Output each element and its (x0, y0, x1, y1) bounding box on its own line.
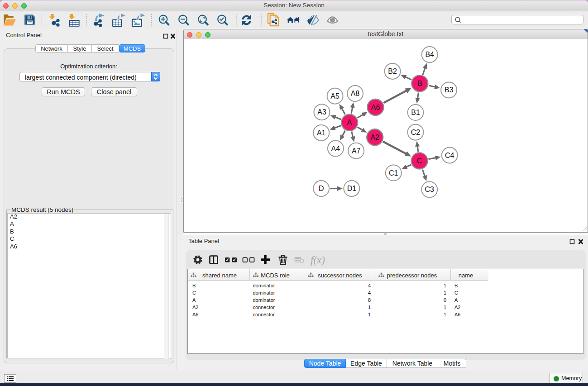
svg-text:C1: C1 (389, 169, 398, 177)
svg-text:A7: A7 (352, 147, 361, 155)
svg-text:A5: A5 (330, 92, 339, 100)
svg-text:B2: B2 (388, 67, 397, 75)
svg-text:B1: B1 (411, 109, 420, 116)
svg-text:A8: A8 (351, 90, 360, 97)
svg-text:A3: A3 (317, 108, 326, 116)
svg-text:C2: C2 (411, 129, 421, 136)
svg-text:A2: A2 (370, 133, 379, 141)
svg-text:C4: C4 (445, 152, 454, 159)
svg-text:B4: B4 (425, 51, 434, 58)
svg-text:C3: C3 (425, 186, 435, 193)
svg-text:C: C (417, 157, 422, 165)
svg-text:B: B (417, 80, 422, 87)
svg-text:B3: B3 (445, 86, 454, 94)
svg-text:A6: A6 (371, 104, 380, 111)
svg-text:f(x): f(x) (311, 254, 325, 266)
svg-text:D1: D1 (347, 185, 357, 192)
svg-text:A1: A1 (317, 129, 326, 137)
svg-text:A: A (347, 119, 352, 126)
svg-text:A4: A4 (331, 145, 340, 152)
svg-text:D: D (319, 185, 324, 192)
